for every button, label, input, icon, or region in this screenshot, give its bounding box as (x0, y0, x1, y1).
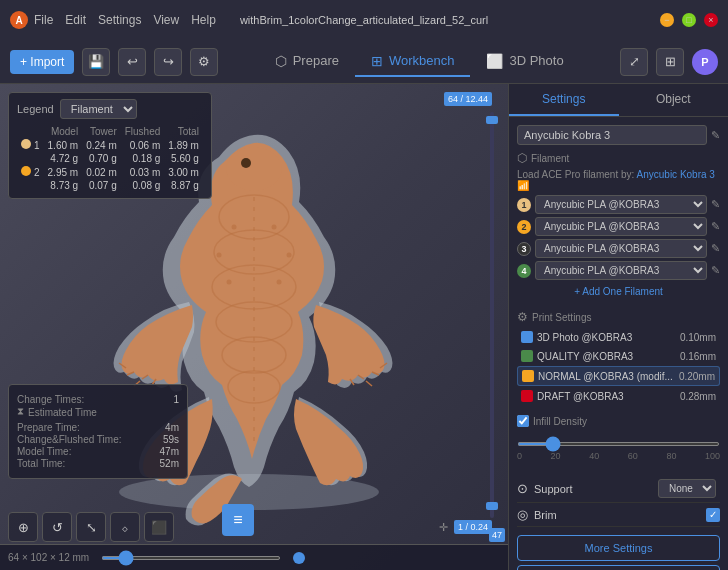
layers-icon[interactable]: ≡ (222, 504, 254, 536)
time-panel: Change Times: 1 ⧗ Estimated Time Prepare… (8, 384, 188, 479)
filament-icon: ⬡ (517, 151, 527, 165)
filament-edit-3[interactable]: ✎ (711, 242, 720, 255)
print-settings-section: ⚙ Print Settings 3D Photo @KOBRA3 0.10mm… (517, 310, 720, 405)
print-setting-3dphoto[interactable]: 3D Photo @KOBRA3 0.10mm (517, 328, 720, 346)
filament-section-label: ⬡ Filament (517, 151, 720, 165)
printer-dropdown[interactable]: Anycubic Kobra 3 (517, 125, 707, 145)
redo-button[interactable]: ↪ (154, 48, 182, 76)
print-setting-quality[interactable]: QUALITY @KOBRA3 0.16mm (517, 347, 720, 365)
support-dropdown[interactable]: None (658, 479, 716, 498)
user-avatar[interactable]: P (692, 49, 718, 75)
filament-row-4: 4 Anycubic PLA @KOBRA3 ✎ (517, 261, 720, 280)
menu-edit[interactable]: Edit (65, 13, 86, 27)
layer-slider[interactable] (484, 112, 500, 518)
layer-slider-top-thumb[interactable] (486, 116, 498, 124)
svg-point-9 (241, 158, 251, 168)
dot-2 (21, 166, 31, 176)
menu-view[interactable]: View (153, 13, 179, 27)
filament-select-1[interactable]: Anycubic PLA @KOBRA3 (535, 195, 707, 214)
cell: 0.24 m (82, 138, 121, 152)
svg-point-22 (217, 253, 222, 258)
layer-slider-bottom-thumb[interactable] (486, 502, 498, 510)
tab-3dphoto[interactable]: ⬜ 3D Photo (470, 47, 579, 77)
grid-button[interactable]: ⊞ (656, 48, 684, 76)
filament-select-2[interactable]: Anycubic PLA @KOBRA3 (535, 217, 707, 236)
infill-slider[interactable] (517, 442, 720, 446)
more-settings-button[interactable]: More Settings (517, 535, 720, 561)
mirror-tool[interactable]: ⬦ (110, 512, 140, 542)
filament-select-4[interactable]: Anycubic PLA @KOBRA3 (535, 261, 707, 280)
undo-button[interactable]: ↩ (118, 48, 146, 76)
layers-fab-button[interactable]: ≡ (222, 504, 254, 536)
filament-edit-2[interactable]: ✎ (711, 220, 720, 233)
menu-file[interactable]: File (34, 13, 53, 27)
ace-wifi-icon: 📶 (517, 180, 529, 191)
print-setting-draft[interactable]: DRAFT @KOBRA3 0.28mm (517, 387, 720, 405)
cell: 1.89 m (164, 138, 203, 152)
col-header-flushed: Flushed (121, 125, 165, 138)
filament-row-1: 1 Anycubic PLA @KOBRA3 ✎ (517, 195, 720, 214)
cell: 0.02 m (82, 165, 121, 179)
filament-edit-4[interactable]: ✎ (711, 264, 720, 277)
end-indicator (293, 552, 305, 564)
filament-edit-1[interactable]: ✎ (711, 198, 720, 211)
table-row: 4.72 g 0.70 g 0.18 g 5.60 g (17, 152, 203, 165)
settings-button[interactable]: ⚙ (190, 48, 218, 76)
titlebar: A File Edit Settings View Help withBrim_… (0, 0, 728, 40)
ps-icon-orange (522, 370, 534, 382)
tab-workbench[interactable]: ⊞ Workbench (355, 47, 471, 77)
tab-prepare[interactable]: ⬡ Prepare (259, 47, 355, 77)
filament-row-2: 2 Anycubic PLA @KOBRA3 ✎ (517, 217, 720, 236)
scale-tool[interactable]: ⤡ (76, 512, 106, 542)
ace-link[interactable]: Anycubic Kobra 3 (637, 169, 715, 180)
save-button[interactable]: 💾 (82, 48, 110, 76)
filament-num-4: 4 (517, 264, 531, 278)
add-filament-button[interactable]: + Add One Filament (517, 283, 720, 300)
close-button[interactable]: × (704, 13, 718, 27)
view-cube[interactable]: ⬛ (144, 512, 174, 542)
time-row: Prepare Time: 4m (17, 422, 179, 433)
col-header-model-val: Model (44, 125, 83, 138)
status-bar: 64 × 102 × 12 mm (0, 544, 508, 570)
legend-dropdown[interactable]: Filament (60, 99, 137, 119)
filament-num-2: 2 (517, 220, 531, 234)
window-controls[interactable]: − □ × (660, 13, 718, 27)
layer-slider-track (490, 112, 494, 518)
dot-1 (21, 139, 31, 149)
fullscreen-button[interactable]: ⤢ (620, 48, 648, 76)
svg-point-23 (287, 253, 292, 258)
settings-content: Anycubic Kobra 3 ✎ ⬡ Filament Load ACE P… (509, 117, 728, 570)
import-button[interactable]: + Import (10, 50, 74, 74)
menu-bar: File Edit Settings View Help (34, 13, 216, 27)
time-row: Change&Flushed Time: 59s (17, 434, 179, 445)
cell: 5.60 g (164, 152, 203, 165)
right-panel-tabs: Settings Object (509, 84, 728, 117)
print-setting-normal[interactable]: NORMAL @KOBRA3 (modif... 0.20mm (517, 366, 720, 386)
cell: 0.08 g (121, 179, 165, 192)
tab-object[interactable]: Object (619, 84, 729, 116)
minimize-button[interactable]: − (660, 13, 674, 27)
filament-select-3[interactable]: Anycubic PLA @KOBRA3 (535, 239, 707, 258)
cell: 0.70 g (82, 152, 121, 165)
move-tool[interactable]: ⊕ (8, 512, 38, 542)
viewport[interactable]: Legend Filament Model Tower Flushed Tota… (0, 84, 508, 570)
nav-tabs: ⬡ Prepare ⊞ Workbench ⬜ 3D Photo (259, 47, 580, 77)
estimated-title: ⧗ Estimated Time (17, 406, 179, 418)
infill-checkbox[interactable] (517, 415, 529, 427)
maximize-button[interactable]: □ (682, 13, 696, 27)
zoom-slider[interactable] (101, 556, 281, 560)
menu-help[interactable]: Help (191, 13, 216, 27)
3dphoto-icon: ⬜ (486, 53, 503, 69)
menu-settings[interactable]: Settings (98, 13, 141, 27)
tab-settings[interactable]: Settings (509, 84, 619, 116)
return-editor-button[interactable]: Return Editor (517, 565, 720, 570)
brim-label: ◎ Brim (517, 507, 706, 522)
cell: 2.95 m (44, 165, 83, 179)
brim-icon: ◎ (517, 507, 528, 522)
brim-checkbox[interactable]: ✓ (706, 508, 720, 522)
ps-icon-green (521, 350, 533, 362)
change-times-row: Change Times: 1 (17, 394, 179, 405)
rotate-tool[interactable]: ↺ (42, 512, 72, 542)
table-row: 2 2.95 m 0.02 m 0.03 m 3.00 m (17, 165, 203, 179)
printer-edit-icon[interactable]: ✎ (711, 129, 720, 142)
